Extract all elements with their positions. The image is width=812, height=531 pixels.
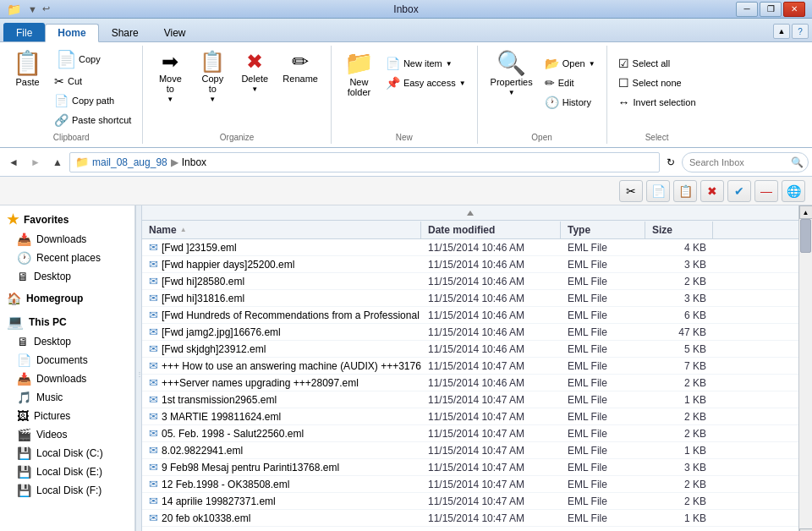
- cut-button[interactable]: ✂ Cut: [50, 72, 135, 90]
- file-name: [Fwd ]23159.eml: [162, 242, 237, 254]
- file-date: 11/15/2014 10:46 AM: [421, 240, 561, 255]
- clipboard-label: Clipboard: [5, 131, 137, 144]
- table-row[interactable]: ✉ [Fwd Hundreds of Recommendations from …: [142, 307, 798, 324]
- file-size: 3 KB: [645, 460, 713, 475]
- select-content: ☑ Select all ☐ Select none ↔ Invert sele…: [612, 46, 702, 131]
- select-none-button[interactable]: ☐ Select none: [614, 74, 700, 92]
- file-date: 11/15/2014 10:47 AM: [421, 494, 561, 509]
- minimize-button[interactable]: ─: [736, 2, 758, 17]
- toolbar-delete-button[interactable]: ✖: [700, 180, 724, 202]
- scroll-up-arrow[interactable]: ▲: [799, 205, 813, 219]
- table-row[interactable]: ✉ [Fwd happier days]25200.eml 11/15/2014…: [142, 256, 798, 273]
- sidebar-item-desktop-fav[interactable]: 🖥 Desktop: [0, 267, 134, 286]
- table-row[interactable]: ✉ 3 MARTIE 199811624.eml 11/15/2014 10:4…: [142, 408, 798, 425]
- sidebar-item-documents[interactable]: 📄 Documents: [0, 351, 134, 370]
- table-row[interactable]: ✉ 05. Feb. 1998 - Salut22560.eml 11/15/2…: [142, 425, 798, 442]
- properties-button[interactable]: 🔍 Properties ▼: [485, 47, 539, 101]
- table-row[interactable]: ✉ 20 feb ok10338.eml 11/15/2014 10:47 AM…: [142, 510, 798, 527]
- table-row[interactable]: ✉ 8.02.9822941.eml 11/15/2014 10:47 AM E…: [142, 442, 798, 459]
- table-row[interactable]: ✉ +++Server names upgrading +++28097.eml…: [142, 375, 798, 391]
- col-header-name[interactable]: Name ▲: [142, 222, 421, 238]
- up-button[interactable]: ▲: [47, 152, 68, 172]
- sidebar-item-downloads-pc[interactable]: 📥 Downloads: [0, 370, 134, 388]
- search-input[interactable]: [682, 152, 809, 172]
- copy-button[interactable]: 📄 Copy: [50, 47, 135, 71]
- history-button[interactable]: 🕐 History: [540, 93, 600, 112]
- scroll-track[interactable]: [799, 219, 812, 528]
- restore-button[interactable]: ❐: [760, 2, 782, 17]
- file-size: 3 KB: [645, 291, 713, 306]
- file-list-container: Name ▲ Date modified Type Size ✉ [Fwd ]2…: [142, 205, 798, 531]
- paste-icon: 📋: [13, 52, 42, 75]
- ribbon-collapse-button[interactable]: ▲: [773, 24, 790, 39]
- table-row[interactable]: ✉ [Fwd skjdgh]23912.eml 11/15/2014 10:46…: [142, 341, 798, 358]
- sidebar-item-local-f[interactable]: 💾 Local Disk (F:): [0, 481, 134, 500]
- table-row[interactable]: ✉ 14 aprilie 199827371.eml 11/15/2014 10…: [142, 493, 798, 510]
- sidebar-item-local-c[interactable]: 💾 Local Disk (C:): [0, 444, 134, 463]
- copy-path-button[interactable]: 📄 Copy path: [50, 91, 135, 110]
- toolbar-paste-button[interactable]: 📋: [673, 180, 697, 202]
- easy-access-button[interactable]: 📌 Easy access ▼: [381, 74, 470, 92]
- toolbar-copy-button[interactable]: 📄: [646, 180, 670, 202]
- sidebar-item-recent-places[interactable]: 🕐 Recent places: [0, 249, 134, 267]
- forward-button[interactable]: ►: [25, 152, 46, 172]
- open-button[interactable]: 📂 Open ▼: [540, 54, 600, 73]
- table-row[interactable]: ✉ [Fwd hi]31816.eml 11/15/2014 10:46 AM …: [142, 290, 798, 307]
- delete-button[interactable]: ✖ Delete ▼: [234, 47, 275, 97]
- sidebar-header-this-pc[interactable]: 💻 This PC: [0, 311, 134, 332]
- paste-shortcut-button[interactable]: 🔗 Paste shortcut: [50, 111, 135, 129]
- toolbar-globe-button[interactable]: 🌐: [782, 180, 805, 202]
- new-folder-button[interactable]: 📁 Newfolder: [338, 47, 380, 101]
- file-size: 2 KB: [645, 426, 713, 441]
- sidebar-header-homegroup[interactable]: 🏠 Homegroup: [0, 289, 134, 308]
- sidebar-item-pictures[interactable]: 🖼 Pictures: [0, 407, 134, 425]
- vertical-scrollbar[interactable]: ▲ ▼: [798, 205, 812, 531]
- sidebar-item-desktop[interactable]: 🖥 Desktop: [0, 332, 134, 351]
- file-type: EML File: [561, 342, 645, 357]
- tab-share[interactable]: Share: [99, 23, 151, 41]
- table-row[interactable]: ✉ +++ How to use an answering machine (A…: [142, 358, 798, 375]
- toolbar-cut-button[interactable]: ✂: [619, 180, 643, 202]
- table-row[interactable]: ✉ 9 Feb98 Mesaj pentru Parinti13768.eml …: [142, 459, 798, 476]
- col-header-type[interactable]: Type: [561, 222, 645, 238]
- toolbar-strikethrough-button[interactable]: —: [754, 180, 778, 202]
- eml-icon: ✉: [149, 359, 158, 372]
- help-button[interactable]: ?: [792, 24, 809, 39]
- back-button[interactable]: ◄: [3, 152, 24, 172]
- col-header-date[interactable]: Date modified: [421, 222, 561, 238]
- table-row[interactable]: ✉ [Fwd hi]28580.eml 11/15/2014 10:46 AM …: [142, 273, 798, 290]
- refresh-button[interactable]: ↻: [661, 153, 680, 172]
- address-path[interactable]: 📁 mail_08_aug_98 ▶ Inbox: [69, 152, 660, 172]
- sidebar-item-videos[interactable]: 🎬 Videos: [0, 425, 134, 444]
- sidebar-item-downloads[interactable]: 📥 Downloads: [0, 230, 134, 249]
- search-button[interactable]: 🔍: [791, 156, 804, 168]
- move-to-button[interactable]: ➡ Moveto ▼: [150, 47, 190, 107]
- sidebar-header-favorites[interactable]: ★ Favorites: [0, 209, 134, 230]
- tab-home[interactable]: Home: [45, 24, 98, 42]
- tab-file[interactable]: File: [3, 23, 45, 41]
- rename-button[interactable]: ✏ Rename: [277, 47, 324, 88]
- select-all-button[interactable]: ☑ Select all: [614, 54, 700, 73]
- new-item-button[interactable]: 📄 New item ▼: [381, 54, 470, 73]
- col-header-size[interactable]: Size: [645, 222, 713, 238]
- table-row[interactable]: ✉ [Fwd jamg2.jpg]16676.eml 11/15/2014 10…: [142, 324, 798, 341]
- invert-selection-button[interactable]: ↔ Invert selection: [614, 93, 700, 112]
- edit-button[interactable]: ✏ Edit: [540, 74, 600, 92]
- paste-button[interactable]: 📋 Paste: [7, 47, 48, 91]
- sidebar-resize-handle[interactable]: ⋮: [135, 205, 142, 531]
- rename-icon: ✏: [292, 52, 309, 72]
- table-row[interactable]: ✉ [Fwd ]23159.eml 11/15/2014 10:46 AM EM…: [142, 239, 798, 256]
- ribbon-group-new: 📁 Newfolder 📄 New item ▼ 📌 Easy access ▼…: [332, 46, 478, 144]
- scroll-thumb[interactable]: [800, 219, 811, 253]
- file-size: 3 KB: [645, 257, 713, 272]
- toolbar-check-button[interactable]: ✔: [727, 180, 751, 202]
- sidebar-item-music[interactable]: 🎵 Music: [0, 388, 134, 407]
- resize-dots: ⋮: [136, 370, 142, 378]
- close-button[interactable]: ✕: [783, 2, 805, 17]
- sidebar-item-local-e[interactable]: 💾 Local Disk (E:): [0, 463, 134, 481]
- tab-view[interactable]: View: [151, 23, 199, 41]
- table-row[interactable]: ✉ 12 Feb.1998 - OK38508.eml 11/15/2014 1…: [142, 476, 798, 493]
- main-layout: ★ Favorites 📥 Downloads 🕐 Recent places …: [0, 205, 812, 531]
- copy-to-button[interactable]: 📋 Copyto ▼: [192, 47, 233, 107]
- table-row[interactable]: ✉ 1st transmission2965.eml 11/15/2014 10…: [142, 391, 798, 408]
